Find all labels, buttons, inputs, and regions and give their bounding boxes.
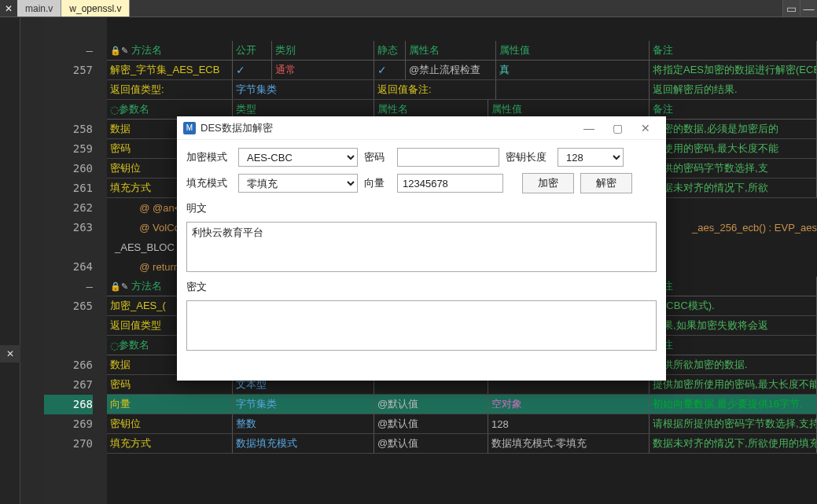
param-remark: 提供的密码字节数选择,支 <box>650 159 817 178</box>
param-type: 字节集类 <box>233 395 374 414</box>
remark-cell: 密(CBC模式). <box>650 296 817 315</box>
param-name: 向量 <box>107 395 233 414</box>
input-password[interactable] <box>397 148 499 167</box>
line-no <box>44 17 93 41</box>
param-val: 128 <box>488 414 650 433</box>
col-method-name: 方法名 <box>131 279 162 293</box>
ret-label: 返回值类型: <box>107 80 233 99</box>
label-mode: 加密模式 <box>186 150 232 164</box>
pencil-icon: 🔒✎ <box>110 281 128 292</box>
method-row[interactable]: 解密_字节集_AES_ECB ✓ 通常 ✓ @禁止流程检查 真 将指定AES加密… <box>107 61 817 80</box>
tabs-minimize-button[interactable]: — <box>800 0 817 17</box>
attr-name-cell: @禁止流程检查 <box>406 61 496 79</box>
connect-iv[interactable] <box>397 174 503 193</box>
param-remark: 提供加密所使用的密码,最大长度不能超过32. <box>650 375 817 394</box>
line-no: 257 <box>44 61 93 80</box>
label-password: 密码 <box>364 150 391 164</box>
param-remark: 解密的数据,必须是加密后的 <box>650 120 817 138</box>
line-no: 260 <box>44 159 93 178</box>
line-no: 266 <box>44 355 93 375</box>
param-attr: @默认值 <box>374 434 488 453</box>
line-no: 267 <box>44 375 93 395</box>
label-plaintext: 明文 <box>186 201 657 215</box>
window-close-button[interactable]: ✕ <box>631 117 660 139</box>
line-numbers: — 257 258 259 260 261 262 263 264 — 265 … <box>44 17 107 504</box>
col-attr-val: 属性值 <box>496 41 650 60</box>
label-ciphertext: 密文 <box>186 280 657 294</box>
param-row[interactable]: 填充方式 数据填充模式 @默认值 数据填充模式.零填充 数据未对齐的情况下,所欲… <box>107 434 817 454</box>
select-keylen[interactable]: 128 <box>558 148 624 167</box>
col-remark: 备注 <box>650 41 817 60</box>
line-no: 263 <box>44 218 93 237</box>
line-no: 264 <box>44 257 93 277</box>
param-row[interactable]: 密钥位 整数 @默认值 128 请根据所提供的密码字节数选择,支持128,192… <box>107 414 817 434</box>
ret-note-label: 返回值备注: <box>374 80 496 99</box>
tab-openssl[interactable]: w_openssl.v <box>61 0 130 17</box>
param-row[interactable]: 向量 字节集类 @默认值 空对象 初始向量数据,最少要提供16字节. <box>107 395 817 414</box>
col-category: 类别 <box>272 41 374 60</box>
label-keylen: 密钥长度 <box>506 150 551 164</box>
line-no <box>44 80 93 100</box>
line-no: 258 <box>44 120 93 139</box>
param-val: 数据填充模式.零填充 <box>488 434 650 453</box>
line-no: 270 <box>44 434 93 454</box>
fold-gutter <box>20 17 44 504</box>
col-param-name: 参数名 <box>119 338 149 352</box>
param-remark: 提供所欲加密的数据. <box>650 355 817 374</box>
dot-icon: ◌ <box>110 104 119 116</box>
line-no: 265 <box>44 296 93 316</box>
ret-note: 结果,如果加密失败将会返 <box>650 316 817 335</box>
return-row[interactable]: 返回值类型: 字节集类 返回值备注: 返回解密后的结果. <box>107 80 817 100</box>
ret-note: 返回解密后的结果. <box>650 80 817 99</box>
attr-val-cell: 真 <box>496 61 650 79</box>
param-type: 数据填充模式 <box>233 434 374 453</box>
select-mode[interactable]: AES-CBC <box>238 148 358 167</box>
param-attr: @默认值 <box>374 395 488 414</box>
dot-icon: ◌ <box>110 340 119 351</box>
left-panel-close-button[interactable]: ✕ <box>0 345 20 362</box>
window-maximize-button[interactable]: ▢ <box>603 117 631 139</box>
method-name-cell: 解密_字节集_AES_ECB <box>107 61 233 79</box>
col-param-name: 参数名 <box>119 102 149 116</box>
window-minimize-button[interactable]: — <box>575 117 603 139</box>
dialog-titlebar[interactable]: M DES数据加解密 — ▢ ✕ <box>177 116 666 140</box>
param-remark: 请根据所提供的密码字节数选择,支持128,192,25 <box>650 414 817 433</box>
tabs-restore-button[interactable]: ▭ <box>782 0 800 17</box>
col-method-name: 方法名 <box>131 43 162 57</box>
ret-type: 字节集类 <box>233 80 374 99</box>
param-val: 空对象 <box>488 395 650 414</box>
close-panel-button[interactable]: ✕ <box>0 0 17 17</box>
encrypt-button[interactable]: 加密 <box>522 173 574 193</box>
line-no <box>44 100 93 120</box>
param-remark: 数据未对齐的情况下,所欲使用的填充方 <box>650 434 817 453</box>
remark-cell: 将指定AES加密的数据进行解密(ECB模 <box>650 61 817 79</box>
line-no <box>44 237 93 257</box>
param-remark: 数据未对齐的情况下,所欲 <box>650 178 817 197</box>
line-no: 261 <box>44 178 93 198</box>
col-remark: 备注 <box>650 277 817 296</box>
param-remark: 初始向量数据,最少要提供16字节. <box>650 395 817 414</box>
col-static: 静态 <box>374 41 406 60</box>
method-header-row: 🔒✎方法名 公开 类别 静态 属性名 属性值 备注 <box>107 41 817 61</box>
textarea-ciphertext[interactable] <box>186 300 657 351</box>
line-no <box>44 316 93 336</box>
select-padding[interactable]: 零填充 <box>238 174 358 193</box>
line-no: — <box>44 41 93 61</box>
line-no: 269 <box>44 414 93 434</box>
col-attr-name: 属性名 <box>406 41 496 60</box>
dialog-title: DES数据加解密 <box>201 121 273 135</box>
col-remark: 备注 <box>650 336 817 355</box>
tab-main[interactable]: main.v <box>17 0 61 17</box>
label-padding: 填充模式 <box>186 176 232 190</box>
label-iv: 向量 <box>364 176 391 190</box>
check-icon: ✓ <box>377 64 387 76</box>
line-no <box>44 336 93 355</box>
line-no: — <box>44 277 93 296</box>
left-panel: ✕ <box>0 17 20 504</box>
file-tab-bar: ✕ main.v w_openssl.v ▭ — <box>0 0 817 17</box>
textarea-plaintext[interactable] <box>186 222 657 272</box>
col-remark: 备注 <box>650 100 817 119</box>
line-no: 259 <box>44 139 93 159</box>
decrypt-button[interactable]: 解密 <box>580 173 632 193</box>
col-public: 公开 <box>233 41 272 60</box>
